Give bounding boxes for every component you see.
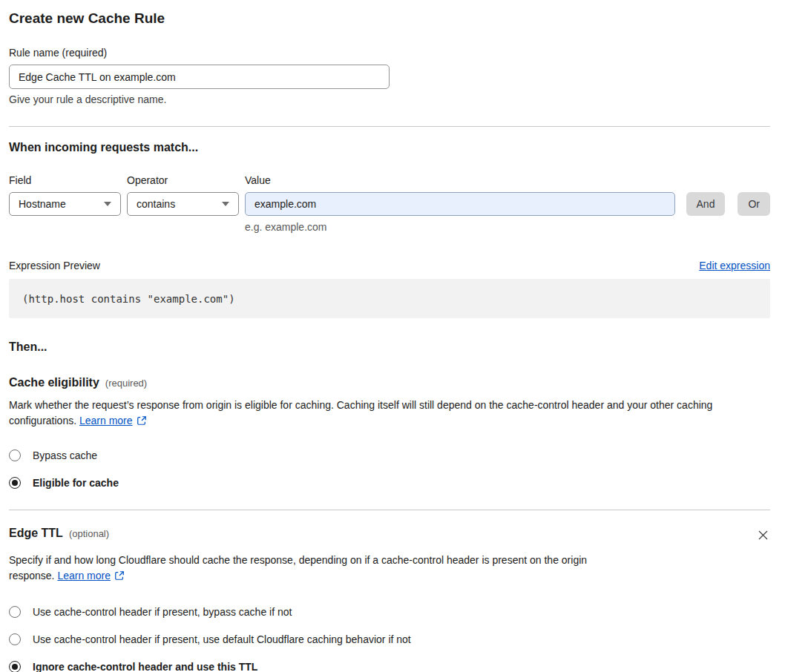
radio-dot xyxy=(12,480,18,486)
radio-icon xyxy=(9,661,21,672)
radio-dot xyxy=(12,664,18,670)
match-section-heading: When incoming requests match... xyxy=(9,141,770,154)
radio-label: Ignore cache-control header and use this… xyxy=(33,661,257,672)
radio-eligible-for-cache[interactable]: Eligible for cache xyxy=(9,477,770,489)
radio-ignore-header-use-ttl[interactable]: Ignore cache-control header and use this… xyxy=(9,661,770,672)
page-title: Create new Cache Rule xyxy=(9,10,770,27)
value-helper: e.g. example.com xyxy=(245,221,770,233)
radio-dot xyxy=(12,452,18,458)
radio-dot xyxy=(12,636,18,642)
chevron-down-icon xyxy=(222,202,229,206)
radio-label: Use cache-control header if present, byp… xyxy=(33,606,292,618)
radio-icon xyxy=(9,606,21,618)
operator-select[interactable]: contains xyxy=(127,192,239,216)
rule-name-label: Rule name (required) xyxy=(9,47,770,59)
rule-name-helper: Give your rule a descriptive name. xyxy=(9,93,770,105)
divider xyxy=(9,126,770,127)
radio-label: Eligible for cache xyxy=(33,477,119,489)
external-link-icon xyxy=(137,415,147,430)
field-select-value: Hostname xyxy=(19,198,66,210)
radio-icon xyxy=(9,477,21,489)
value-input[interactable] xyxy=(245,192,675,216)
then-heading: Then... xyxy=(9,340,770,354)
learn-more-link[interactable]: Learn more xyxy=(57,570,111,582)
radio-use-header-default[interactable]: Use cache-control header if present, use… xyxy=(9,633,770,645)
radio-use-header-bypass[interactable]: Use cache-control header if present, byp… xyxy=(9,606,770,618)
operator-select-value: contains xyxy=(137,198,175,210)
edge-ttl-heading-row: Edge TTL (optional) xyxy=(9,527,770,544)
field-column: Field Hostname xyxy=(9,174,121,216)
edit-expression-link[interactable]: Edit expression xyxy=(699,260,770,271)
expression-header: Expression Preview Edit expression xyxy=(9,260,770,271)
close-icon[interactable] xyxy=(756,528,770,544)
operator-column: Operator contains xyxy=(127,174,239,216)
expression-preview-label: Expression Preview xyxy=(9,260,100,271)
learn-more-link[interactable]: Learn more xyxy=(79,415,133,426)
edge-ttl-description: Specify if and how long Cloudflare shoul… xyxy=(9,553,628,585)
value-label: Value xyxy=(245,174,675,186)
rule-name-section: Rule name (required) Give your rule a de… xyxy=(9,47,770,105)
edge-ttl-heading: Edge TTL xyxy=(9,527,63,540)
radio-dot xyxy=(12,609,18,615)
expression-code: (http.host contains "example.com") xyxy=(9,279,770,318)
radio-bypass-cache[interactable]: Bypass cache xyxy=(9,449,770,461)
chevron-down-icon xyxy=(104,202,111,206)
rule-name-input[interactable] xyxy=(9,65,390,89)
field-label: Field xyxy=(9,174,121,186)
optional-badge: (optional) xyxy=(69,528,109,539)
value-column: Value xyxy=(245,174,675,216)
edge-ttl-heading-group: Edge TTL (optional) xyxy=(9,527,109,540)
required-badge: (required) xyxy=(105,378,147,389)
radio-label: Use cache-control header if present, use… xyxy=(33,633,411,645)
radio-icon xyxy=(9,449,21,461)
operator-label: Operator xyxy=(127,174,239,186)
radio-label: Bypass cache xyxy=(33,449,97,461)
match-builder-row: Field Hostname Operator contains Value A… xyxy=(9,174,770,216)
divider xyxy=(9,510,770,510)
radio-icon xyxy=(9,633,21,645)
external-link-icon xyxy=(114,570,125,585)
create-cache-rule-form: Create new Cache Rule Rule name (require… xyxy=(0,0,785,672)
and-button[interactable]: And xyxy=(686,192,726,216)
field-select[interactable]: Hostname xyxy=(9,192,121,216)
or-button[interactable]: Or xyxy=(738,192,770,216)
cache-eligibility-heading-row: Cache eligibility (required) xyxy=(9,376,770,389)
cache-eligibility-description: Mark whether the request’s response from… xyxy=(9,398,770,430)
cache-eligibility-heading: Cache eligibility xyxy=(9,376,99,389)
